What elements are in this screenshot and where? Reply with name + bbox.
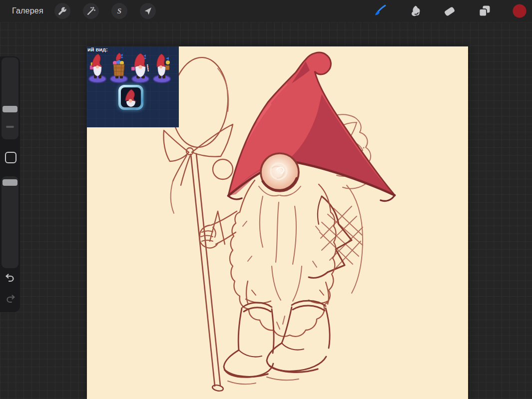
paint-tool-button[interactable]	[372, 3, 387, 18]
layers-button[interactable]	[477, 3, 492, 18]
brush-sidebar	[0, 56, 20, 312]
paint-brush-icon	[372, 3, 387, 18]
gnome-avatar-frame	[118, 85, 143, 110]
redo-button[interactable]	[4, 294, 16, 306]
opacity-handle[interactable]	[2, 179, 17, 186]
gallery-button[interactable]: Галерея	[12, 6, 43, 15]
reference-caption: ий вид:	[87, 46, 108, 52]
selection-button[interactable]: S	[111, 3, 127, 19]
erase-tool-button[interactable]	[442, 3, 457, 18]
eraser-icon	[443, 4, 457, 18]
sprite-gnome-with-basket	[108, 52, 129, 83]
actions-button[interactable]	[54, 3, 70, 19]
color-button[interactable]	[512, 3, 527, 18]
reference-image[interactable]: ий вид:	[87, 46, 179, 127]
gnome-avatar-icon	[121, 87, 141, 107]
wrench-icon	[57, 6, 67, 16]
procreate-window: Галерея S	[0, 0, 532, 399]
sprite-gnome-with-gifts-left	[87, 52, 108, 83]
modify-button[interactable]	[5, 152, 16, 163]
undo-button[interactable]	[4, 273, 16, 285]
transform-button[interactable]	[140, 3, 156, 19]
adjustments-button[interactable]	[83, 3, 99, 19]
sprite-gnome-front-candy	[130, 52, 151, 83]
smudge-icon	[408, 4, 422, 18]
color-swatch	[512, 3, 527, 19]
top-toolbar: Галерея S	[0, 0, 532, 22]
layers-icon	[478, 4, 492, 18]
sprite-gnome-with-sack-right	[151, 52, 172, 83]
slider-clamp-mark	[6, 126, 14, 128]
selection-s-icon: S	[114, 6, 124, 16]
drawing-canvas[interactable]: ий вид:	[87, 46, 468, 399]
opacity-slider[interactable]	[1, 176, 18, 268]
brush-size-handle[interactable]	[2, 106, 17, 112]
smudge-tool-button[interactable]	[407, 3, 422, 18]
magic-wand-icon	[86, 6, 96, 16]
transform-arrow-icon	[143, 6, 153, 16]
svg-text:S: S	[117, 7, 121, 15]
